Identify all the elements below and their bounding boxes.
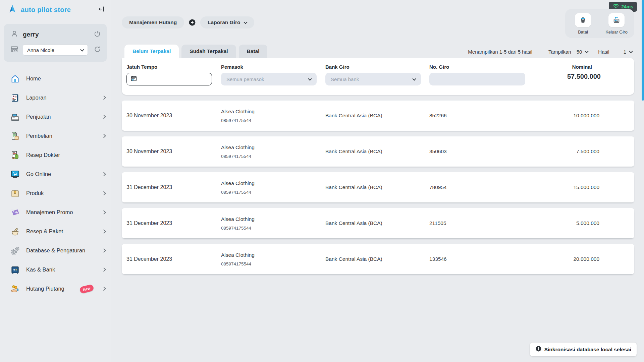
row-nominal: 7.500.000 [530,148,634,155]
sidebar-item-manajemen-promo[interactable]: % Manajemen Promo [0,203,111,222]
table-row[interactable]: 31 December 2023 Alsea Clothing 08597417… [122,172,634,202]
row-pemasok: Alsea Clothing [221,144,325,150]
sidebar-item-go-online[interactable]: Go Online [0,165,111,184]
chevron-down-icon [629,49,633,53]
page-value: 1 [624,49,626,55]
sidebar-item-kas-bank[interactable]: Kas & Bank [0,260,111,279]
row-no-giro: 133546 [429,256,530,262]
chevron-down-icon [412,77,416,80]
row-telepon: 085974175544 [221,261,325,266]
pemasok-select[interactable]: Semua pemasok [221,73,317,85]
row-bank: Bank Central Asia (BCA) [325,184,429,190]
row-nominal: 10.000.000 [530,113,634,119]
jatuh-tempo-date-input[interactable] [126,73,212,85]
row-no-giro: 350603 [429,148,530,155]
batal-button[interactable]: Batal [571,13,595,35]
row-jatuh-tempo: 31 December 2023 [126,256,221,262]
sidebar-item-resep-dokter[interactable]: Resep Dokter [0,145,111,165]
sidebar-item-produk[interactable]: Produk [0,184,111,203]
row-pemasok: Alsea Clothing [221,180,325,186]
sidebar-item-label: Hutang Piutang [26,286,80,292]
sidebar-item-pembelian[interactable]: Pembelian [0,126,111,145]
store-icon [10,45,19,55]
promo-tag-icon: % [9,207,21,218]
refresh-icon[interactable] [93,45,101,55]
bank-giro-select[interactable]: Semua bank [325,73,421,85]
sidebar-item-home[interactable]: Home [0,69,111,88]
filter-pemasok: Pemasok Semua pemasok [221,64,325,95]
online-store-icon [9,169,21,179]
keluar-giro-button[interactable]: Keluar Giro [604,13,629,35]
nominal-label: Nominal [572,64,592,70]
row-jatuh-tempo: 31 December 2023 [126,220,221,226]
chevron-down-icon [585,49,589,53]
home-icon [9,74,21,84]
giro-card-icon [608,13,625,27]
sidebar-item-hutang-piutang[interactable]: Hutang Piutang New [0,279,111,298]
page-size-select[interactable]: 50 [575,49,590,55]
pemasok-select-placeholder: Semua pemasok [226,76,264,82]
sidebar-item-resep-paket[interactable]: Resep & Paket [0,222,111,241]
jatuh-tempo-label: Jatuh Tempo [126,64,221,70]
row-nominal: 15.000.000 [530,184,634,190]
user-panel: gerry Anna Nicole [4,24,107,62]
chevron-right-icon [102,229,106,234]
topbar: Manajemen Hutang Laporan Giro 24ms Batal [122,16,634,28]
product-box-icon [9,188,21,198]
logout-power-icon[interactable] [93,30,101,39]
row-telepon: 085974175544 [221,154,325,159]
chevron-right-icon [102,134,106,138]
sidebar-item-label: Pembelian [26,133,102,139]
chevron-right-icon [102,172,106,176]
tab-sudah-terpakai[interactable]: Sudah Terpakai [181,45,236,58]
filter-card: Jatuh Tempo Pemasok Semua pemasok Bank G… [122,58,634,95]
breadcrumb-current-dropdown[interactable]: Laporan Giro [200,16,254,28]
pemasok-label: Pemasok [221,64,325,70]
table-row[interactable]: 31 December 2023 Alsea Clothing 08597417… [122,244,634,274]
sidebar-item-database-pengaturan[interactable]: Database & Pengaturan [0,241,111,260]
gears-icon [9,246,21,256]
sidebar-item-penjualan[interactable]: Penjualan [0,107,111,126]
sidebar-item-label: Penjualan [26,114,102,120]
row-telepon: 085974175544 [221,226,325,231]
cash-register-icon [9,112,21,122]
sidebar: auto pilot store gerry Anna Nicole [0,0,111,362]
tabs-row: Belum Terpakai Sudah Terpakai Batal Mena… [122,45,634,58]
row-telepon: 085974175544 [221,118,325,123]
pagination: Menampilkan 1-5 dari 5 hasil Tampilkan 5… [468,49,634,58]
row-nominal: 20.000.000 [530,256,634,262]
table-row[interactable]: 30 November 2023 Alsea Clothing 08597417… [122,101,634,131]
sidebar-item-label: Database & Pengaturan [26,247,102,254]
no-giro-input[interactable] [429,73,525,85]
page-select[interactable]: 1 [622,49,634,55]
sidebar-collapse-icon[interactable] [98,5,105,14]
sidebar-item-laporan[interactable]: Laporan [0,88,111,107]
no-giro-label: No. Giro [429,64,530,70]
table-row[interactable]: 30 November 2023 Alsea Clothing 08597417… [122,136,634,167]
row-pemasok: Alsea Clothing [221,109,325,115]
tab-belum-terpakai[interactable]: Belum Terpakai [124,45,179,58]
row-no-giro: 780954 [429,184,530,190]
page-size-value: 50 [577,49,582,55]
store-select[interactable]: Anna Nicole [23,44,88,56]
vertical-scrollbar-thumb[interactable] [642,0,644,101]
sidebar-item-label: Go Online [26,171,102,177]
safe-icon [9,265,21,275]
info-icon [535,346,542,353]
breadcrumb-parent[interactable]: Manajemen Hutang [122,16,184,28]
hand-coins-icon [9,284,21,294]
breadcrumb-parent-label: Manajemen Hutang [129,19,177,25]
filter-bank-giro: Bank Giro Semua bank [325,64,429,95]
prescription-icon [9,150,21,160]
tab-batal[interactable]: Batal [239,45,268,58]
chevron-right-icon [102,96,106,100]
table-row[interactable]: 31 December 2023 Alsea Clothing 08597417… [122,208,634,238]
mortar-icon [9,227,21,237]
nominal-total: 57.500.000 [567,73,601,80]
filter-jatuh-tempo: Jatuh Tempo [126,64,221,95]
main-content: Manajemen Hutang Laporan Giro 24ms Batal [122,0,634,274]
batal-button-label: Batal [578,29,588,35]
row-jatuh-tempo: 31 December 2023 [126,184,221,190]
row-nominal: 5.000.000 [530,220,634,226]
row-pemasok: Alsea Clothing [221,216,325,222]
